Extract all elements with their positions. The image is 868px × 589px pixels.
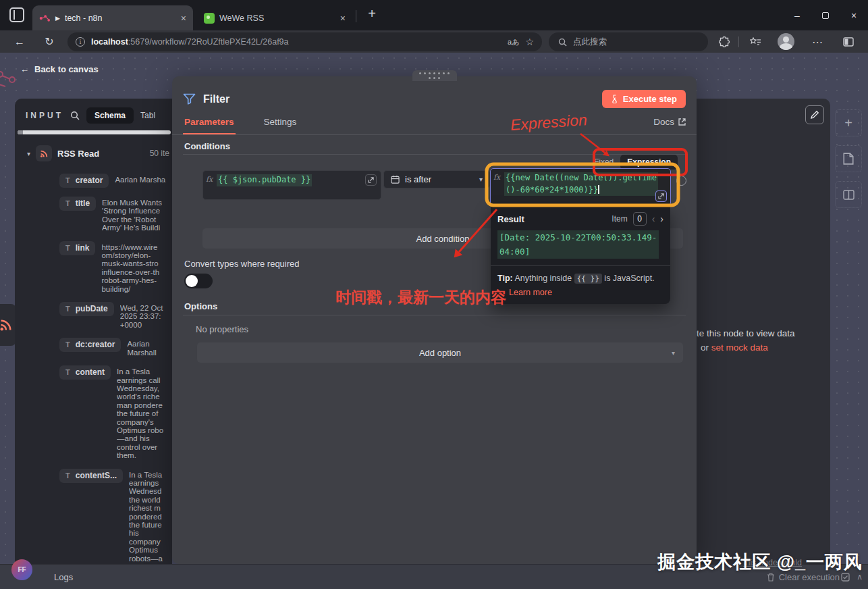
search-icon xyxy=(558,38,567,47)
horizontal-scrollbar[interactable] xyxy=(18,130,171,134)
workspaces-icon[interactable] xyxy=(9,7,24,22)
prev-item-icon[interactable]: ‹ xyxy=(652,213,655,224)
fx-icon: fx xyxy=(203,171,215,199)
extensions-icon[interactable] xyxy=(715,32,733,51)
url-text[interactable]: localhost:5679/workflow/72RoUZftlePXE42L… xyxy=(91,37,501,47)
schema-field-row: Tlink https://www.wire om/story/elon- mu… xyxy=(59,241,171,293)
no-properties-text: No properties xyxy=(196,324,248,334)
field-pill-title[interactable]: Ttitle xyxy=(59,197,96,211)
field-pill-pubdate[interactable]: TpubDate xyxy=(59,302,114,316)
browser-tabstrip: ▶ tech - n8n × WeWe RSS × + – × xyxy=(0,0,868,30)
filter-node-dialog: Filter Execute step Parameters Settings … xyxy=(172,76,697,564)
convert-types-toggle[interactable] xyxy=(184,274,213,288)
item-label: Item xyxy=(612,214,627,224)
back-icon[interactable]: ← xyxy=(9,30,30,53)
learn-more-link[interactable]: Learn more xyxy=(491,288,670,304)
expand-expression-icon[interactable] xyxy=(365,174,377,186)
field-pill-link[interactable]: Tlink xyxy=(59,241,95,255)
result-title: Result xyxy=(497,214,606,224)
dialog-tabs: Parameters Settings Docs xyxy=(172,114,697,135)
string-type-icon: T xyxy=(65,471,70,480)
screen: ▶ tech - n8n × WeWe RSS × + – × ← ↻ i lo… xyxy=(0,0,868,589)
tab-n8n[interactable]: ▶ tech - n8n × xyxy=(32,5,193,30)
help-circle-icon[interactable] xyxy=(676,176,686,186)
schema-field-row: Tdc:creator Aarian Marshall xyxy=(59,338,171,357)
expand-expression-icon[interactable] xyxy=(655,190,667,202)
user-avatar[interactable]: FF xyxy=(11,559,32,580)
field-value: Elon Musk Wants 'Strong Influence Over t… xyxy=(102,197,171,232)
columns-icon xyxy=(843,190,855,200)
close-window-button[interactable]: × xyxy=(840,0,868,30)
execute-step-button[interactable]: Execute step xyxy=(602,90,686,108)
add-sticky-note-button[interactable] xyxy=(835,145,862,172)
condition-right-field[interactable]: fx {{new Date((new Date()).getTime ()-60… xyxy=(490,168,671,206)
browser-menu-icon[interactable]: ⋯ xyxy=(809,32,826,51)
chevron-down-icon: ▾ xyxy=(672,349,675,357)
site-info-icon[interactable]: i xyxy=(76,37,85,47)
maximize-button[interactable] xyxy=(811,0,840,30)
convert-types-label: Convert types where required xyxy=(184,259,300,269)
field-pill-content[interactable]: Tcontent xyxy=(59,365,111,380)
expression-result-popup: Result Item 0 ‹ › [Date: 2025-10-22T00:5… xyxy=(491,206,670,304)
add-node-button[interactable]: + xyxy=(835,109,862,136)
rss-read-node-fragment[interactable] xyxy=(0,304,16,346)
tab-title: tech - n8n xyxy=(65,14,176,23)
conditions-heading: Conditions xyxy=(184,141,230,151)
address-bar[interactable]: i localhost:5679/workflow/72RoUZftlePXE4… xyxy=(67,32,542,51)
browser-profile-avatar[interactable] xyxy=(778,33,794,50)
sidebar-icon[interactable] xyxy=(840,32,857,51)
fixed-expression-toggle[interactable]: Fixed Expression xyxy=(590,155,678,170)
tab-schema[interactable]: Schema xyxy=(86,107,134,124)
string-type-icon: T xyxy=(65,199,70,207)
dialog-drag-handle[interactable] xyxy=(412,70,457,81)
schema-field-row: Ttitle Elon Musk Wants 'Strong Influence… xyxy=(59,197,171,232)
chevron-down-icon[interactable]: ▾ xyxy=(27,150,30,157)
toolbar-divider xyxy=(738,36,739,47)
tab-settings[interactable]: Settings xyxy=(263,114,298,130)
field-pill-contentsnippet[interactable]: TcontentS... xyxy=(59,469,123,483)
input-panel-title: INPUT xyxy=(26,111,63,120)
rss-node-icon xyxy=(36,145,52,161)
schema-field-list: Tcreator Aarian Marsha Ttitle Elon Musk … xyxy=(15,161,172,564)
condition-left-field[interactable]: fx {{ $json.pubDate }} xyxy=(202,170,381,200)
back-to-canvas[interactable]: ← Back to canvas xyxy=(20,64,99,74)
favorite-star-icon[interactable]: ☆ xyxy=(525,36,534,47)
field-value: Wed, 22 Oct 2025 23:37: +0000 xyxy=(120,302,171,329)
translate-icon[interactable]: aあ xyxy=(508,37,519,47)
toggle-fixed[interactable]: Fixed xyxy=(590,155,618,169)
field-pill-dc-creator[interactable]: Tdc:creator xyxy=(59,338,121,352)
new-tab-button[interactable]: + xyxy=(363,6,381,22)
field-value: In a Tesla earnings call Wednesday, worl… xyxy=(117,365,171,459)
logs-panel-toggle[interactable]: Logs xyxy=(54,572,73,582)
docs-link[interactable]: Docs xyxy=(653,114,686,127)
dialog-title: Filter xyxy=(203,93,229,105)
item-index-box[interactable]: 0 xyxy=(633,212,647,226)
field-value: Aarian Marshall xyxy=(127,338,171,357)
tab-close-icon[interactable]: × xyxy=(340,13,346,24)
chevron-down-icon: ▾ xyxy=(479,176,483,183)
schema-node-row[interactable]: ▾ RSS Read 50 ite xyxy=(15,134,172,161)
minimize-button[interactable]: – xyxy=(783,0,811,30)
favorites-bar-icon[interactable] xyxy=(747,32,764,51)
schema-field-row: TcontentS... In a Tesla earnings Wednesd… xyxy=(59,469,171,564)
add-option-button[interactable]: Add option ▾ xyxy=(197,342,683,363)
string-type-icon: T xyxy=(65,244,70,252)
set-mock-data-link[interactable]: set mock data xyxy=(711,342,768,353)
tab-parameters[interactable]: Parameters xyxy=(183,114,236,134)
tab-table[interactable]: Tabl xyxy=(140,111,155,120)
refresh-icon[interactable]: ↻ xyxy=(39,30,59,53)
string-type-icon: T xyxy=(65,305,70,313)
condition-operator-select[interactable]: is after ▾ xyxy=(383,170,490,188)
search-box[interactable]: 点此搜索 xyxy=(549,32,708,51)
right-expression-code: {{new Date((new Date()).getTime ()-60*60… xyxy=(504,172,658,196)
edit-output-button[interactable] xyxy=(805,105,824,124)
tab-close-icon[interactable]: × xyxy=(181,13,186,24)
schema-field-row: TpubDate Wed, 22 Oct 2025 23:37: +0000 xyxy=(59,302,171,329)
next-item-icon[interactable]: › xyxy=(660,213,663,224)
calendar-icon xyxy=(391,175,400,184)
toggle-expression[interactable]: Expression xyxy=(620,155,678,170)
schema-search-icon[interactable] xyxy=(70,111,80,120)
field-pill-creator[interactable]: Tcreator xyxy=(59,174,109,188)
layout-panels-button[interactable] xyxy=(835,181,862,208)
tab-wewe-rss[interactable]: WeWe RSS × xyxy=(197,5,352,30)
